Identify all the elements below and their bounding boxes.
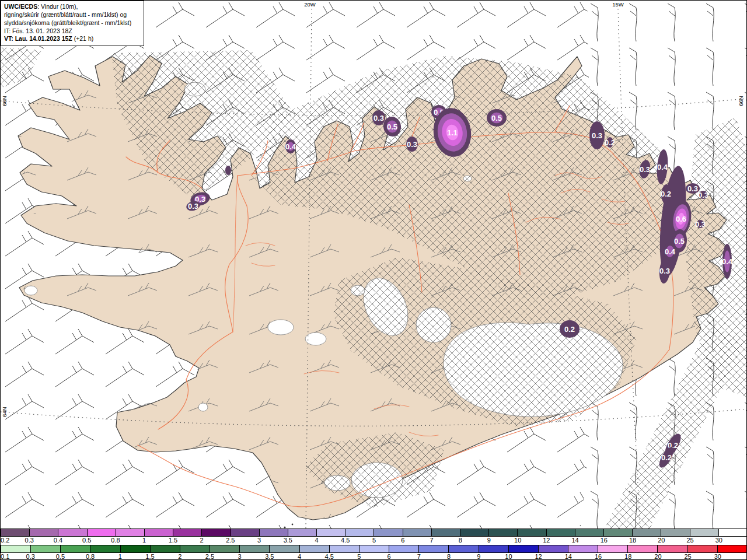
rain-scale-tick-label: 0.3 bbox=[26, 553, 35, 560]
snow-scale-tick-label: 7 bbox=[430, 537, 433, 544]
snow-scale-tick-label: 25 bbox=[686, 537, 693, 544]
rain-scale-tick-label: 3 bbox=[238, 553, 242, 560]
snow-scale-cell bbox=[30, 529, 58, 536]
rain-scale-cell bbox=[300, 545, 330, 552]
snow-scale-tick-label: 14 bbox=[571, 537, 578, 544]
rain-scale-tick-label: 25 bbox=[684, 553, 691, 560]
snow-scale-tick-label: 8 bbox=[459, 537, 462, 544]
rain-scale-cell bbox=[598, 545, 628, 552]
rain-scale-tick-label: 18 bbox=[624, 553, 631, 560]
rain-scale-cell bbox=[1, 545, 31, 552]
iceland-precip-wind-map: 0.30.50.30.51.10.50.40.30.30.30.20.30.40… bbox=[1, 1, 747, 560]
snow-scale-cell bbox=[460, 529, 489, 536]
snow-scale-tick-label: 2 bbox=[200, 537, 204, 544]
snow-scale-tick-label: 4.5 bbox=[341, 537, 350, 544]
snow-scale-cell bbox=[432, 529, 460, 536]
snow-scale-cell bbox=[690, 529, 719, 536]
snow-scale-cell bbox=[374, 529, 403, 536]
snow-scale-cell bbox=[661, 529, 690, 536]
rain-scale-tick-label: 1.5 bbox=[145, 553, 154, 560]
rain-scale-cell bbox=[180, 545, 210, 552]
latitude-label: 66N bbox=[1, 96, 8, 106]
precip-value-label: 0.3 bbox=[640, 165, 650, 174]
rain-scale-cell bbox=[568, 545, 598, 552]
rain-scale-cell bbox=[539, 545, 568, 552]
precip-value-label: 0.4 bbox=[722, 257, 733, 266]
snow-scale-tick-label: 10 bbox=[514, 537, 521, 544]
snow-scale-cell bbox=[633, 529, 661, 536]
rain-scale-cell bbox=[90, 545, 120, 552]
snow-scale-bar bbox=[1, 528, 747, 537]
precip-value-label: 0.3 bbox=[695, 220, 706, 229]
rain-scale-tick-label: 5 bbox=[357, 553, 361, 560]
snow-scale-cell bbox=[88, 529, 116, 536]
info-line-snow: slydda/snjókoma (grátt/bleikt/grænt - mm… bbox=[4, 19, 141, 27]
weather-map-screenshot: 0.30.50.30.51.10.50.40.30.30.30.20.30.40… bbox=[0, 0, 747, 560]
snow-scale-tick-label: 6 bbox=[401, 537, 404, 544]
rain-scale-cell bbox=[449, 545, 479, 552]
rain-scale-tick-label: 4 bbox=[298, 553, 301, 560]
snow-scale-tick-label: 12 bbox=[543, 537, 550, 544]
rain-scale-cell bbox=[628, 545, 658, 552]
rain-scale-cell bbox=[210, 545, 240, 552]
precip-value-label: 0.4 bbox=[657, 163, 668, 172]
rain-scale-tick-label: 7 bbox=[417, 553, 421, 560]
precip-value-label: 0.3 bbox=[188, 202, 198, 211]
rain-scale-cell bbox=[61, 545, 90, 552]
precip-value-label: 0.4 bbox=[665, 247, 676, 256]
precip-value-label: 0.4 bbox=[285, 142, 296, 151]
snow-scale-cell bbox=[202, 529, 231, 536]
rain-scale-cell bbox=[688, 545, 718, 552]
model-info-box: UWC/ECDS: Vindur (10m), rigning/skúrir (… bbox=[1, 1, 144, 46]
snow-scale-cell bbox=[345, 529, 374, 536]
snow-scale-tick-label: 0.3 bbox=[25, 537, 34, 544]
info-line-init-time: IT: Fös. 13. 01. 2023 18Z bbox=[4, 27, 141, 36]
precip-value-label: 1.1 bbox=[447, 128, 458, 137]
precip-value-label: 0.2 bbox=[661, 453, 672, 462]
snow-scale-tick-label: 18 bbox=[629, 537, 636, 544]
precip-value-label: 0.3 bbox=[407, 140, 417, 149]
precip-value-label: 0.3 bbox=[592, 131, 602, 140]
rain-scale-tick-label: 9 bbox=[477, 553, 480, 560]
snow-scale-cell bbox=[260, 529, 288, 536]
snow-scale-cell bbox=[547, 529, 575, 536]
precip-value-label: 0.3 bbox=[687, 184, 698, 193]
snow-scale-cell bbox=[116, 529, 145, 536]
rain-scale-cell bbox=[718, 545, 747, 552]
snow-scale-tick-label: 20 bbox=[658, 537, 665, 544]
precip-value-label: 0.6 bbox=[676, 215, 686, 223]
rain-scale-tick-label: 20 bbox=[654, 553, 661, 560]
rain-scale-cell bbox=[658, 545, 687, 552]
rain-scale-cell bbox=[151, 545, 180, 552]
precip-value-label: 0.5 bbox=[674, 237, 685, 246]
precip-value-label: 0.3 bbox=[698, 191, 708, 200]
rain-scale-cell bbox=[419, 545, 449, 552]
rain-scale-tick-label: 10 bbox=[505, 553, 512, 560]
snow-scale-cell bbox=[489, 529, 518, 536]
precip-value-label: 0.5 bbox=[491, 114, 502, 123]
longitude-label: 20W bbox=[304, 1, 316, 8]
latitude-label: 64N bbox=[1, 407, 8, 417]
snow-scale-tick-label: 5 bbox=[372, 537, 376, 544]
rain-scale-tick-label: 12 bbox=[535, 553, 542, 560]
snow-scale-cell bbox=[575, 529, 604, 536]
snow-scale-cell bbox=[288, 529, 317, 536]
snow-scale-tick-label: 1 bbox=[142, 537, 146, 544]
rain-scale-cell bbox=[121, 545, 151, 552]
rain-scale-tick-label: 3.5 bbox=[265, 553, 274, 560]
rain-scale-bar bbox=[1, 545, 747, 553]
rain-scale-cell bbox=[270, 545, 299, 552]
rain-scale-tick-label: 16 bbox=[595, 553, 602, 560]
rain-scale-tick-label: 2.5 bbox=[205, 553, 214, 560]
rain-scale-tick-label: 2 bbox=[178, 553, 181, 560]
snow-scale-tick-label: 3.5 bbox=[284, 537, 292, 544]
precip-value-label: 0.3 bbox=[659, 267, 670, 275]
rain-scale-tick-label: 8 bbox=[447, 553, 451, 560]
snow-scale-cell bbox=[719, 529, 747, 536]
rain-scale-cell bbox=[509, 545, 539, 552]
snow-scale-cell bbox=[403, 529, 432, 536]
rain-scale-cell bbox=[31, 545, 61, 552]
precip-value-label: 0.2 bbox=[661, 190, 671, 198]
rain-scale-tick-label: 6 bbox=[388, 553, 391, 560]
latitude-label: 66N bbox=[738, 96, 744, 106]
